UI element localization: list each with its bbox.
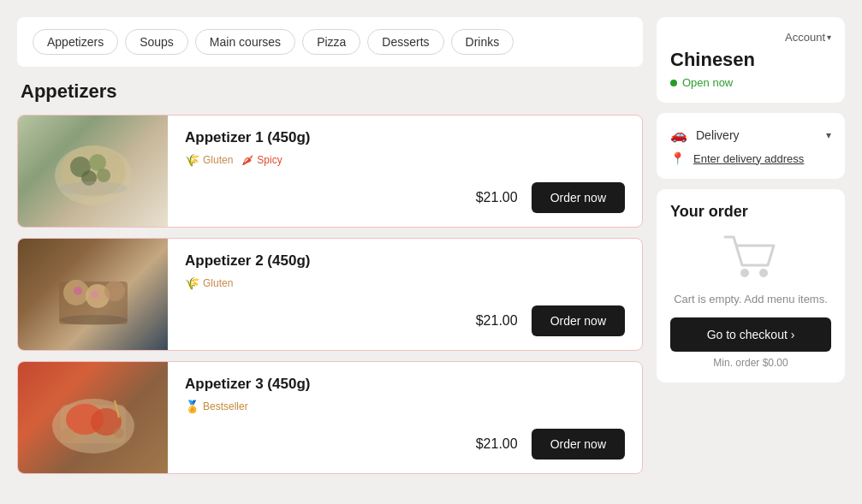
account-label: Account	[785, 31, 825, 44]
svg-point-5	[97, 169, 110, 182]
tag-spicy-label: Spicy	[257, 154, 282, 166]
svg-point-13	[59, 315, 128, 325]
location-pin-icon: 📍	[670, 151, 685, 165]
bestseller-icon: 🏅	[185, 400, 199, 413]
open-status: Open now	[670, 76, 831, 89]
category-pizza[interactable]: Pizza	[302, 29, 360, 55]
menu-item-bottom-3: $21.00 Order now	[185, 429, 625, 460]
category-nav: Appetizers Soups Main courses Pizza Dess…	[17, 17, 643, 67]
tag-gluten-label: Gluten	[203, 154, 233, 166]
delivery-label: Delivery	[696, 128, 817, 142]
tag-bestseller-3: 🏅 Bestseller	[185, 400, 248, 413]
menu-item-name-2: Appetizer 2 (450g)	[185, 252, 625, 270]
menu-item-details-3: Appetizer 3 (450g) 🏅 Bestseller $21.00 O…	[168, 362, 642, 473]
menu-item-details-2: Appetizer 2 (450g) 🌾 Gluten $21.00 Order…	[168, 239, 642, 350]
delivery-address-link[interactable]: Enter delivery address	[693, 152, 804, 165]
gluten-icon-2: 🌾	[185, 276, 199, 290]
order-card: Your order Cart is empty. Add menu items…	[657, 189, 845, 382]
tag-bestseller-label: Bestseller	[203, 400, 248, 412]
category-drinks[interactable]: Drinks	[451, 29, 514, 55]
cart-icon-area	[670, 233, 831, 284]
menu-item-details-1: Appetizer 1 (450g) 🌾 Gluten 🌶 Spicy $21.	[168, 116, 642, 227]
svg-point-6	[59, 181, 128, 195]
tag-gluten-1: 🌾 Gluten	[185, 153, 233, 167]
menu-item-tags-3: 🏅 Bestseller	[185, 400, 625, 413]
open-status-dot	[670, 80, 677, 86]
price-3: $21.00	[476, 436, 518, 452]
tag-gluten-2: 🌾 Gluten	[185, 276, 233, 290]
section-title: Appetizers	[17, 80, 643, 103]
menu-item-image-1	[18, 116, 168, 227]
menu-item-bottom-1: $21.00 Order now	[185, 182, 625, 213]
svg-point-18	[61, 428, 74, 442]
account-chevron-icon: ▾	[827, 33, 831, 42]
sidebar: Account ▾ Chinesen Open now 🚗 Delivery ▾…	[657, 17, 845, 487]
account-link[interactable]: Account ▾	[785, 31, 831, 44]
menu-item-1: Appetizer 1 (450g) 🌾 Gluten 🌶 Spicy $21.	[17, 115, 643, 228]
your-order-title: Your order	[670, 203, 831, 221]
food-illustration-3	[42, 375, 145, 460]
delivery-row: 🚗 Delivery ▾	[670, 127, 831, 143]
svg-point-22	[759, 269, 768, 277]
svg-point-10	[104, 281, 125, 301]
food-illustration-1	[42, 128, 145, 214]
menu-list: Appetizer 1 (450g) 🌾 Gluten 🌶 Spicy $21.	[17, 115, 643, 484]
category-main-courses[interactable]: Main courses	[195, 29, 295, 55]
order-button-3[interactable]: Order now	[532, 429, 625, 460]
delivery-card: 🚗 Delivery ▾ 📍 Enter delivery address	[657, 113, 845, 179]
account-row: Account ▾	[670, 31, 831, 44]
delivery-car-icon: 🚗	[670, 127, 687, 143]
menu-item-tags-2: 🌾 Gluten	[185, 276, 625, 290]
order-button-2[interactable]: Order now	[532, 305, 625, 336]
menu-item-bottom-2: $21.00 Order now	[185, 305, 625, 336]
order-button-1[interactable]: Order now	[532, 182, 625, 213]
main-content: Appetizers Soups Main courses Pizza Dess…	[17, 17, 643, 487]
food-illustration-2	[42, 252, 145, 337]
cart-icon	[721, 233, 781, 284]
checkout-button[interactable]: Go to checkout ›	[670, 317, 831, 352]
menu-item-3: Appetizer 3 (450g) 🏅 Bestseller $21.00 O…	[17, 361, 643, 474]
min-order-label: Min. order $0.00	[670, 357, 831, 369]
tag-spicy-1: 🌶 Spicy	[241, 153, 282, 167]
menu-item-image-3	[18, 362, 168, 473]
spicy-icon: 🌶	[241, 153, 253, 167]
svg-point-21	[740, 269, 749, 277]
category-desserts[interactable]: Desserts	[367, 29, 443, 55]
restaurant-card: Account ▾ Chinesen Open now	[657, 17, 845, 103]
cart-empty-text: Cart is empty. Add menu items.	[670, 293, 831, 305]
open-status-label: Open now	[682, 76, 733, 89]
svg-point-12	[92, 291, 98, 298]
category-soups[interactable]: Soups	[125, 29, 188, 55]
menu-item-name-1: Appetizer 1 (450g)	[185, 129, 625, 146]
gluten-icon: 🌾	[185, 153, 199, 167]
svg-point-11	[74, 287, 82, 295]
menu-item-tags-1: 🌾 Gluten 🌶 Spicy	[185, 153, 625, 167]
restaurant-name: Chinesen	[670, 49, 831, 71]
price-2: $21.00	[476, 313, 518, 329]
category-appetizers[interactable]: Appetizers	[33, 29, 118, 55]
menu-item-image-2	[18, 239, 168, 350]
menu-item-2: Appetizer 2 (450g) 🌾 Gluten $21.00 Order…	[17, 238, 643, 351]
tag-gluten-label-2: Gluten	[203, 277, 233, 289]
menu-item-name-3: Appetizer 3 (450g)	[185, 376, 625, 393]
svg-point-19	[114, 428, 124, 438]
price-1: $21.00	[476, 190, 518, 205]
delivery-dropdown-icon[interactable]: ▾	[826, 129, 831, 141]
address-row: 📍 Enter delivery address	[670, 151, 831, 165]
